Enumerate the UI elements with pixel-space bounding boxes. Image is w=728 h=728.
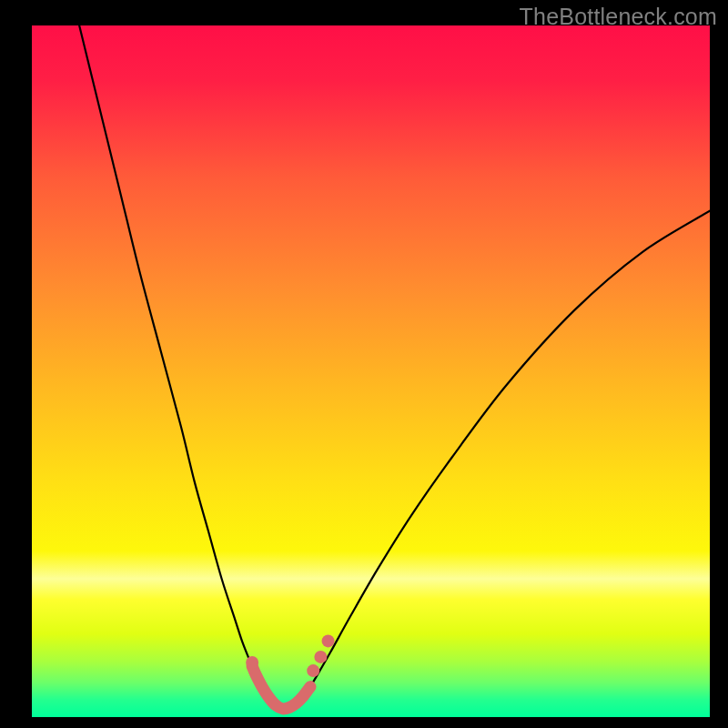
highlight-segment	[252, 666, 310, 709]
plot-area	[32, 25, 710, 717]
highlight-dot	[246, 656, 258, 669]
bottleneck-curve	[32, 25, 710, 717]
highlight-dot	[322, 634, 335, 647]
chart-container: TheBottleneck.com	[0, 0, 728, 728]
highlight-dot	[314, 651, 327, 663]
watermark-text: TheBottleneck.com	[520, 4, 717, 30]
highlight-dot	[307, 664, 319, 677]
curve-path	[79, 25, 710, 709]
